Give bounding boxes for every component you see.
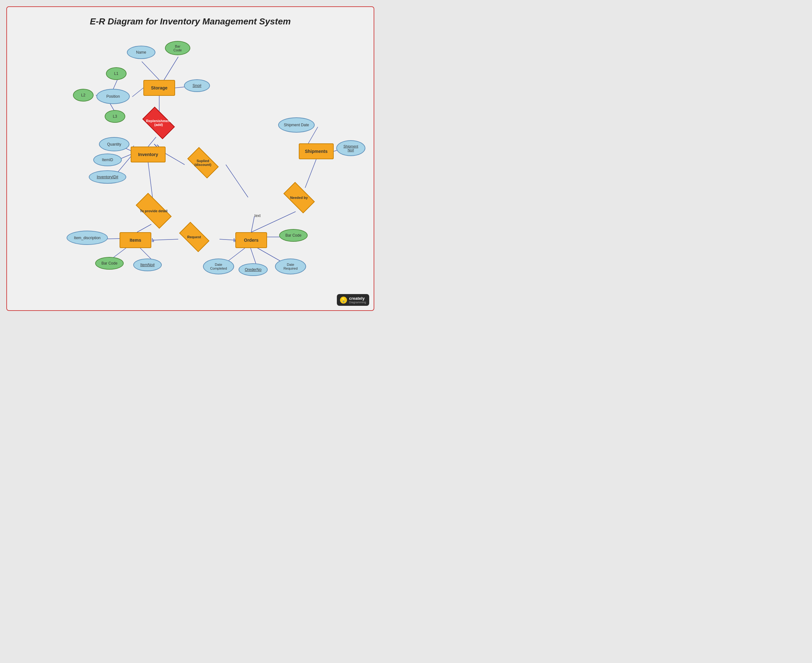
entity-inventory: Inventory xyxy=(131,147,166,162)
badge-text: creately Diagramming xyxy=(349,296,366,304)
svg-line-1 xyxy=(164,57,178,80)
attr-l1: L1 xyxy=(106,67,127,80)
rel-supplied: Suplied (discount) xyxy=(180,149,226,176)
attr-sno: Sno# xyxy=(184,79,210,92)
svg-line-24 xyxy=(250,248,256,264)
diagram-title: E-R Diagram for Inventory Management Sys… xyxy=(13,13,367,27)
entity-storage: Storage xyxy=(144,80,175,96)
svg-line-21 xyxy=(220,239,235,240)
diagram-container: E-R Diagram for Inventory Management Sys… xyxy=(6,6,374,311)
attr-barcode-orders: Bar Code xyxy=(279,229,308,242)
attr-quantity: Quantity xyxy=(99,137,129,151)
svg-line-29 xyxy=(334,150,337,151)
attr-daterequired: Date Required xyxy=(275,259,306,274)
attr-l3: L3 xyxy=(105,110,125,123)
svg-line-3 xyxy=(132,88,144,97)
svg-line-31 xyxy=(154,144,156,146)
attr-shipmentdate: Shipment Date xyxy=(278,117,315,133)
text-label: text xyxy=(251,213,264,219)
svg-line-18 xyxy=(113,248,126,257)
bulb-icon: 💡 xyxy=(340,297,347,304)
attr-barcode-items: Bar Code xyxy=(95,257,124,270)
svg-line-8 xyxy=(148,137,156,147)
attr-itemid: ItemID xyxy=(93,154,122,166)
entity-shipments: Shipments xyxy=(299,143,334,159)
rel-replenishment: Replenishment (add) xyxy=(136,108,181,137)
entity-orders: Orders xyxy=(235,232,267,248)
attr-barcode-storage: Bar Code xyxy=(165,41,190,55)
attr-orderno: OrederNo xyxy=(239,263,268,276)
attr-position: Position xyxy=(97,89,130,104)
attr-shipmentno: Shipment No# xyxy=(336,140,365,156)
svg-line-2 xyxy=(175,87,185,88)
svg-line-0 xyxy=(142,61,159,80)
svg-line-19 xyxy=(140,248,151,259)
rel-toprovide: To provide detail xyxy=(126,197,181,224)
svg-line-27 xyxy=(305,159,316,188)
attr-name: Name xyxy=(127,46,155,59)
svg-line-14 xyxy=(226,165,248,197)
rel-neededby: Needed by xyxy=(276,184,322,211)
attr-itemno: ItemNo# xyxy=(133,259,162,271)
attr-l2: L2 xyxy=(73,89,94,102)
svg-line-16 xyxy=(137,224,151,232)
entity-items: Items xyxy=(119,232,151,248)
attr-inventoryid: InventoryID# xyxy=(89,170,126,184)
rel-request: Request xyxy=(172,224,216,250)
creately-badge: 💡 creately Diagramming xyxy=(337,294,369,306)
attr-datecompleted: Date Completed xyxy=(203,259,234,274)
attr-item-description: Item_discription xyxy=(66,231,108,245)
